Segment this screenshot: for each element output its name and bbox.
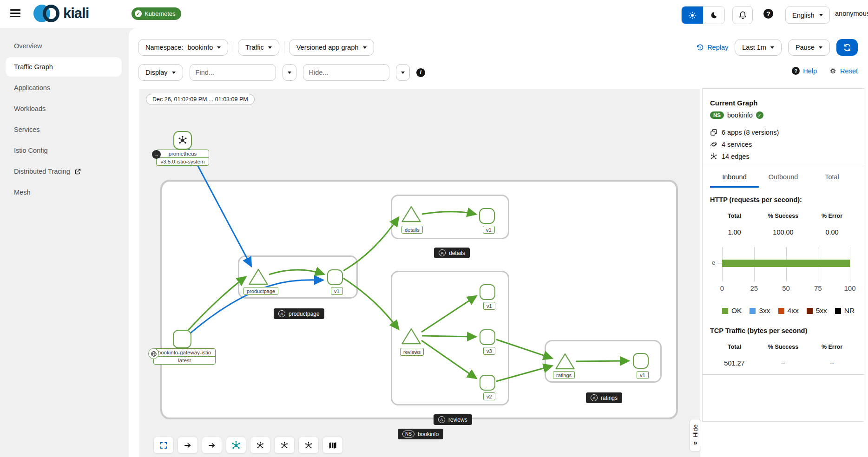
reviews-app-badge[interactable]: A reviews	[434, 414, 472, 425]
productpage-v1-label[interactable]: v1	[331, 287, 343, 295]
legend-swatch	[778, 308, 784, 314]
namespace-dropdown[interactable]: Namespace: bookinfo	[138, 39, 228, 56]
ratings-v1-node[interactable]	[633, 353, 649, 369]
tcp-error-value: –	[808, 359, 856, 367]
replay-link[interactable]: Replay	[696, 44, 728, 52]
prometheus-node[interactable]	[173, 131, 192, 150]
layout-graph-button-2[interactable]	[250, 437, 270, 454]
sidebar-item-mesh[interactable]: Mesh	[6, 183, 122, 202]
arrow-right-icon	[208, 441, 216, 450]
panel-namespace-name[interactable]: bookinfo	[727, 111, 753, 119]
http-status-bar-chart: e	[722, 247, 850, 281]
language-dropdown-label: English	[792, 12, 815, 19]
reviews-v3-node[interactable]	[480, 329, 495, 345]
theme-toggle	[681, 6, 725, 24]
reset-settings-icon	[829, 67, 837, 75]
fit-view-button[interactable]	[153, 437, 174, 454]
caret-down-icon	[172, 72, 176, 74]
legend-label: 5xx	[816, 307, 827, 315]
hide-options-button[interactable]	[396, 64, 410, 81]
hide-panel-button[interactable]: Hide »	[690, 419, 701, 451]
sidebar-item-overview[interactable]: Overview	[6, 36, 122, 56]
dark-theme-button[interactable]	[703, 7, 724, 24]
sidebar-item-applications[interactable]: Applications	[6, 78, 122, 98]
ratings-service-node[interactable]	[555, 353, 575, 370]
legend-label: OK	[731, 307, 742, 315]
gateway-node[interactable]	[173, 330, 191, 348]
hamburger-menu-icon[interactable]	[10, 9, 20, 18]
namespace-graph-badge[interactable]: NS bookinfo	[398, 429, 443, 439]
prometheus-node-label[interactable]: → prometheus v3.5.0:istio-system	[156, 150, 209, 166]
find-input[interactable]	[190, 64, 276, 81]
reviews-service-label[interactable]: reviews	[400, 348, 424, 356]
panel-divider	[703, 374, 864, 375]
layout-arrow-button-2[interactable]	[202, 437, 222, 454]
traffic-dropdown[interactable]: Traffic	[238, 39, 279, 56]
reviews-v1-node[interactable]	[480, 284, 495, 300]
tab-outbound[interactable]: Outbound	[759, 167, 808, 188]
details-service-node[interactable]	[401, 205, 421, 223]
reviews-v2-label[interactable]: v2	[483, 392, 495, 400]
sidebar-item-distributed-tracing[interactable]: Distributed Tracing	[6, 162, 122, 181]
sidebar-item-istio-config[interactable]: Istio Config	[6, 141, 122, 160]
refresh-button[interactable]	[836, 39, 858, 56]
reviews-service-node[interactable]	[401, 327, 421, 345]
http-total-value: 1.00	[710, 228, 759, 236]
col-error: % Error	[808, 213, 856, 219]
notifications-button[interactable]	[732, 6, 753, 24]
details-v1-node[interactable]	[479, 208, 495, 224]
gateway-node-label[interactable]: bookinfo-gateway-istio latest	[153, 348, 216, 365]
sidebar-item-services[interactable]: Services	[6, 120, 122, 139]
productpage-service-node[interactable]	[248, 268, 269, 286]
reviews-v1-label[interactable]: v1	[483, 302, 495, 310]
productpage-app-badge[interactable]: A productpage	[274, 308, 324, 319]
time-interval-dropdown[interactable]: Last 1m	[735, 39, 782, 56]
layout-arrow-button-1[interactable]	[178, 437, 198, 454]
help-circle-icon[interactable]: ?	[763, 9, 773, 19]
ratings-service-label[interactable]: ratings	[553, 371, 575, 379]
find-options-button[interactable]	[283, 64, 296, 81]
stat-services-label: 4 services	[722, 141, 752, 148]
topology-icon	[280, 441, 289, 450]
col-total: Total	[710, 344, 759, 350]
details-v1-label[interactable]: v1	[483, 226, 495, 234]
pause-dropdown[interactable]: Pause	[788, 39, 830, 56]
details-service-label[interactable]: details	[401, 226, 423, 234]
layout-graph-button-4[interactable]	[298, 437, 319, 454]
find-hide-info-icon[interactable]: i	[416, 68, 425, 77]
gateway-globe-icon	[148, 348, 159, 359]
display-dropdown[interactable]: Display	[138, 64, 183, 81]
productpage-service-label[interactable]: productpage	[243, 287, 278, 295]
reviews-v2-node[interactable]	[480, 375, 495, 391]
details-app-badge[interactable]: A details	[434, 248, 470, 258]
pause-label: Pause	[796, 44, 815, 51]
tab-inbound[interactable]: Inbound	[710, 167, 759, 188]
top-header: kiali ✓ Kubernetes ? English	[0, 0, 868, 28]
time-interval-label: Last 1m	[742, 44, 766, 51]
language-dropdown[interactable]: English	[785, 7, 830, 24]
graph-type-dropdown[interactable]: Versioned app graph	[289, 39, 374, 56]
sidebar-item-workloads[interactable]: Workloads	[6, 99, 122, 118]
reviews-v3-label[interactable]: v3	[483, 347, 495, 355]
layout-graph-button-active[interactable]	[226, 437, 246, 454]
topology-icon	[304, 441, 313, 450]
help-link[interactable]: ? Help	[792, 67, 817, 75]
graph-stats: 6 apps (8 versions) 4 services	[710, 127, 856, 161]
ratings-v1-label[interactable]: v1	[637, 371, 649, 379]
reset-link[interactable]: Reset	[829, 67, 858, 75]
layout-graph-button-3[interactable]	[274, 437, 295, 454]
tab-total[interactable]: Total	[808, 167, 856, 188]
traffic-graph-canvas[interactable]: Dec 26, 01:02:09 PM ... 01:03:09 PM	[139, 89, 700, 457]
ns-badge-label: bookinfo	[418, 431, 439, 437]
light-theme-button[interactable]	[682, 7, 703, 24]
ratings-app-badge[interactable]: A ratings	[586, 392, 622, 403]
sidebar-item-traffic-graph[interactable]: Traffic Graph	[6, 57, 122, 77]
graph-toolbar-time: Replay Last 1m Pause	[696, 39, 858, 56]
legend-label: 4xx	[788, 307, 799, 315]
productpage-v1-node[interactable]	[327, 269, 343, 285]
sidebar-item-label: Traffic Graph	[14, 63, 53, 71]
sidebar-item-label: Workloads	[14, 105, 46, 112]
hide-input[interactable]	[303, 64, 389, 81]
minimap-button[interactable]	[322, 437, 343, 454]
sidebar-item-label: Istio Config	[14, 147, 48, 154]
